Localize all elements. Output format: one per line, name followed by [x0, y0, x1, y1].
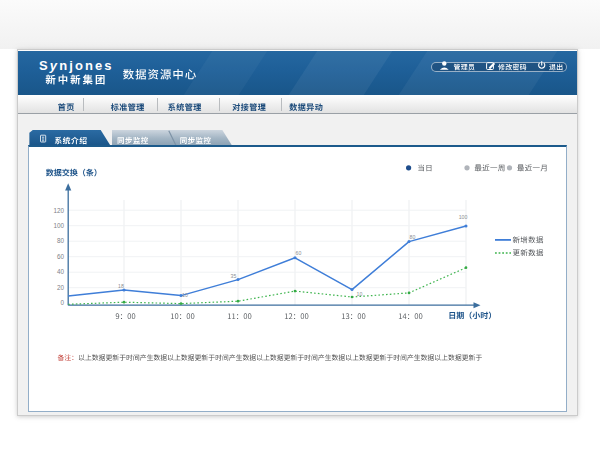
svg-text:120: 120: [53, 207, 64, 214]
svg-text:35: 35: [231, 274, 237, 280]
svg-text:10: 10: [182, 292, 188, 298]
svg-text:10: 10: [357, 291, 363, 297]
svg-text:18: 18: [118, 283, 124, 289]
svg-text:60: 60: [57, 253, 65, 260]
svg-text:80: 80: [57, 238, 65, 245]
svg-text:100: 100: [459, 215, 468, 221]
svg-text:80: 80: [410, 234, 416, 240]
svg-text:40: 40: [57, 269, 65, 276]
svg-text:100: 100: [53, 222, 64, 229]
svg-text:60: 60: [296, 250, 302, 256]
svg-text:20: 20: [57, 284, 65, 291]
svg-text:0: 0: [60, 300, 64, 307]
